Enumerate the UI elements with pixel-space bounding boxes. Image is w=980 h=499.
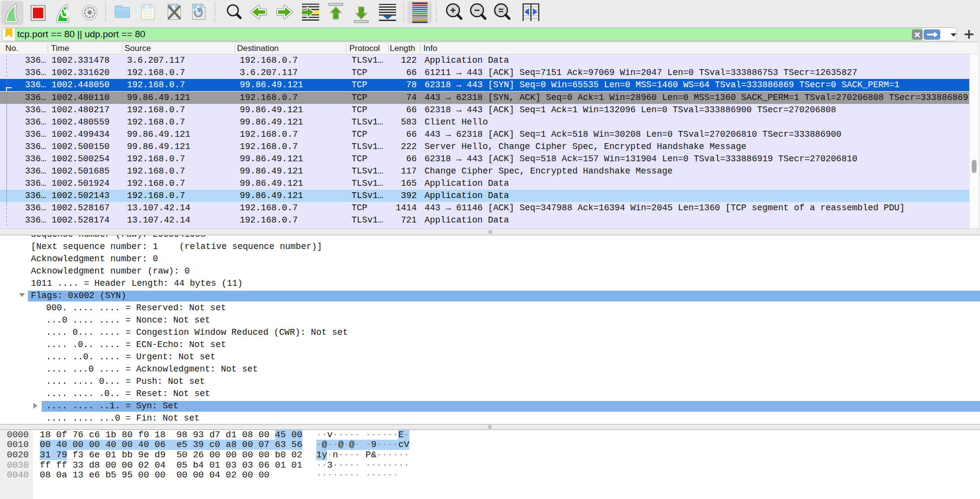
svg-text:01110: 01110: [144, 15, 152, 19]
